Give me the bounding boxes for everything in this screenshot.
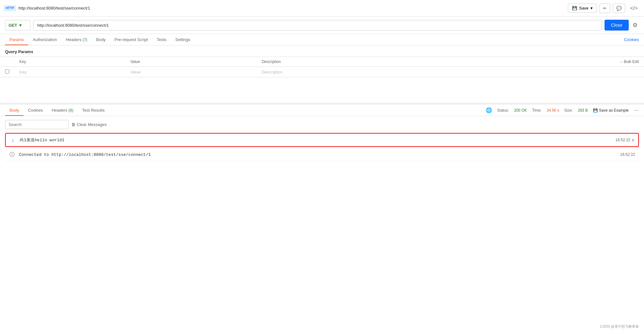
http-badge: HTTP [4,5,16,11]
method-selector[interactable]: GET ▼ [5,20,31,31]
response-tab-body-label: Body [10,108,19,113]
response-tabs: Body Cookies Headers (8) Test Results 🌐 … [0,105,644,116]
status-label: Status: [497,108,509,113]
comment-button[interactable]: 💬 [613,3,625,13]
close-label: Close [611,23,622,28]
params-key-header: Key [14,57,125,67]
top-bar: HTTP http://localhost:8080/test/sse/conn… [0,0,644,17]
globe-icon: 🌐 [486,107,492,113]
params-row-description[interactable]: Description [257,67,455,77]
tab-authorization-label: Authorization [33,37,57,42]
code-icon: </> [630,5,638,11]
tab-tests[interactable]: Tests [152,34,171,45]
tab-headers-badge: (7) [82,38,87,42]
clear-messages-label: Clear Messages [77,122,107,127]
status-value: 200 OK [514,108,527,113]
message-time-2: 16:52:22 [620,152,635,157]
message-item-2: ⓘ Connected to http://localhost:8080/tes… [5,148,639,161]
response-meta: 🌐 Status: 200 OK Time: 34.96 s Size: 283… [486,107,639,113]
trash-icon: 🗑 [71,122,75,127]
url-input[interactable] [33,20,602,31]
request-bar: GET ▼ Close ⚙ [0,17,644,34]
params-checkbox-col [0,57,14,67]
response-tab-cookies[interactable]: Cookies [24,105,47,116]
params-row-empty: Key Value Description [0,67,644,77]
clear-messages-button[interactable]: 🗑 Clear Messages [71,122,107,127]
tab-prerequest-label: Pre-request Script [115,37,148,42]
url-title: http://localhost:8080/test/sse/connect/1 [18,6,90,10]
params-row-actions [455,67,644,77]
query-params-title: Query Params [0,45,644,57]
message-icon-1: ↓ [10,137,16,143]
response-tab-headers-badge: (8) [68,108,73,113]
time-label: Time: [532,108,542,113]
message-timestamp-1: 16:52:22 [615,138,630,142]
response-tab-cookies-label: Cookies [28,108,43,113]
tab-body-label: Body [96,37,106,42]
save-chevron-icon: ▾ [591,6,593,10]
size-label: Size: [564,108,573,113]
expand-icon-1[interactable]: ∨ [632,138,634,142]
tab-params[interactable]: Params [5,34,28,45]
tab-settings-label: Settings [175,37,190,42]
save-example-icon: 💾 [593,108,598,113]
response-body: 🗑 Clear Messages ↓ 向1发送hello world1 16:5… [0,116,644,165]
save-button[interactable]: 💾 Save ▾ [568,3,597,13]
settings-icon[interactable]: ⚙ [631,20,639,30]
tab-headers-label: Headers [66,37,83,42]
message-text-1: 向1发送hello world1 [20,137,615,143]
tab-params-label: Params [10,37,24,42]
message-text-2: Connected to http://localhost:8080/test/… [19,152,620,157]
search-input[interactable] [5,120,69,129]
request-tabs: Params Authorization Headers (7) Body Pr… [0,34,644,45]
time-value: 34.96 s [547,108,559,113]
info-icon: ⓘ [10,151,15,158]
row-checkbox[interactable] [5,69,9,73]
params-value-header: Value [125,57,257,67]
response-tab-body[interactable]: Body [5,105,24,116]
size-value: 283 B [578,108,588,113]
cookies-link[interactable]: Cookies [624,37,639,42]
save-example-label: Save as Example [599,108,629,113]
tab-authorization[interactable]: Authorization [28,34,61,45]
top-bar-left: HTTP http://localhost:8080/test/sse/conn… [4,5,568,11]
params-table: Key Value Description ··· Bulk Edit Key … [0,57,644,77]
tab-body[interactable]: Body [92,34,110,45]
top-bar-right: 💾 Save ▾ ✏ 💬 </> [568,3,640,13]
edit-icon: ✏ [603,6,607,11]
search-bar: 🗑 Clear Messages [5,120,639,129]
params-description-header: Description [257,57,455,67]
save-icon: 💾 [572,6,577,10]
method-label: GET [9,23,17,28]
tab-prerequest[interactable]: Pre-request Script [110,34,152,45]
down-arrow-icon: ↓ [11,137,14,143]
comment-icon: 💬 [616,6,622,11]
edit-button[interactable]: ✏ [599,3,610,13]
params-row-key[interactable]: Key [14,67,125,77]
close-button[interactable]: Close [605,20,629,31]
bulk-edit-button[interactable]: Bulk Edit [624,59,639,64]
message-icon-2: ⓘ [9,151,15,158]
response-tab-test-results-label: Test Results [82,108,105,113]
tab-settings[interactable]: Settings [171,34,195,45]
code-button[interactable]: </> [628,4,640,12]
response-tab-test-results[interactable]: Test Results [78,105,109,116]
message-item-1[interactable]: ↓ 向1发送hello world1 16:52:22 ∨ [5,133,639,147]
tab-tests-label: Tests [157,37,166,42]
watermark: CSDN @准不想飞舞青春 [600,324,639,329]
bulk-edit-dots: ··· [619,59,623,64]
save-example-button[interactable]: 💾 Save as Example [593,108,629,113]
response-tab-headers[interactable]: Headers (8) [47,105,78,116]
method-chevron-icon: ▼ [18,23,23,28]
message-time-1: 16:52:22 ∨ [615,138,634,142]
tab-headers[interactable]: Headers (7) [61,34,92,45]
save-label: Save [579,6,589,10]
message-timestamp-2: 16:52:22 [620,152,635,157]
more-options-button[interactable]: ⋯ [634,107,639,113]
params-actions-header: ··· Bulk Edit [455,57,644,67]
params-row-checkbox[interactable] [0,67,14,77]
response-tab-headers-label: Headers [52,108,69,113]
params-row-value[interactable]: Value [125,67,257,77]
